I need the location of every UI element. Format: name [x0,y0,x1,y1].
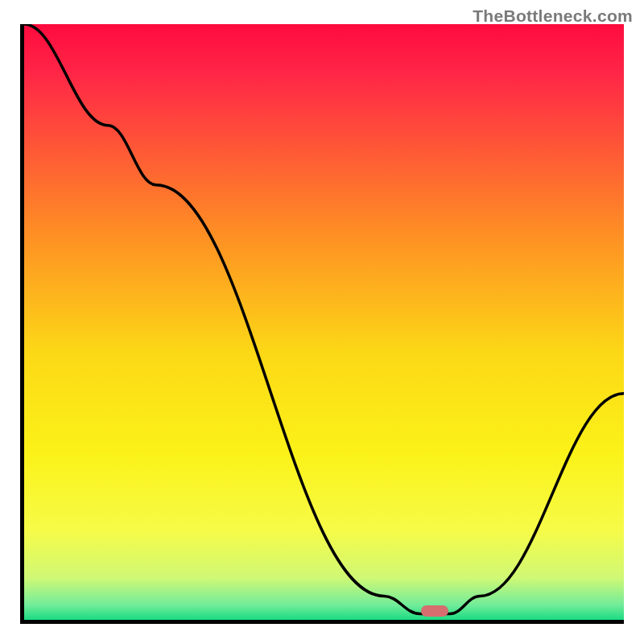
watermark-text: TheBottleneck.com [473,6,633,26]
chart-area [20,24,624,624]
bottleneck-curve [24,24,624,620]
optimal-marker [421,605,448,617]
